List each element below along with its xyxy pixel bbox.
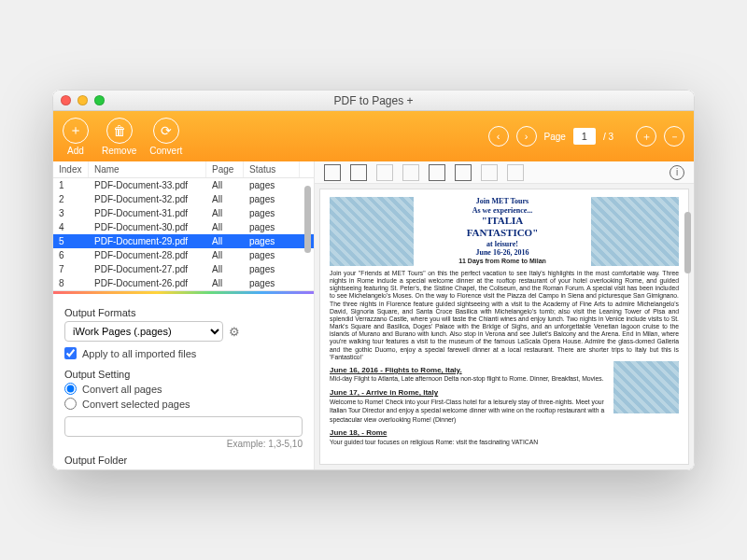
settings-panel: Output Formats iWork Pages (.pages) ⚙ Ap… bbox=[53, 294, 314, 469]
preview-intro: Join your "Friends at MET Tours" on this… bbox=[330, 270, 679, 361]
output-format-select[interactable]: iWork Pages (.pages) bbox=[64, 321, 223, 342]
apply-all-label: Apply to all imported files bbox=[82, 348, 196, 359]
table-row[interactable]: 7PDF-Document-27.pdfAllpages bbox=[53, 262, 314, 276]
crop-tool-6[interactable] bbox=[455, 164, 472, 181]
apply-all-checkbox[interactable] bbox=[64, 347, 77, 359]
table-row[interactable]: 4PDF-Document-30.pdfAllpages bbox=[53, 220, 314, 234]
crop-tool-5[interactable] bbox=[429, 164, 445, 181]
output-setting-label: Output Setting bbox=[64, 369, 303, 380]
preview-heading: Join MET Tours As we experience... "ITAL… bbox=[417, 197, 587, 265]
close-icon[interactable] bbox=[61, 95, 71, 105]
output-formats-label: Output Formats bbox=[64, 307, 303, 318]
trash-icon: 🗑 bbox=[106, 118, 133, 144]
pager: ‹ › Page / 3 bbox=[488, 126, 613, 147]
page-label: Page bbox=[544, 132, 566, 142]
titlebar: PDF to Pages + bbox=[53, 91, 694, 111]
remove-button[interactable]: 🗑 Remove bbox=[102, 118, 136, 156]
preview-image-right bbox=[591, 197, 679, 266]
crop-tool-7[interactable] bbox=[481, 164, 498, 181]
prev-page-button[interactable]: ‹ bbox=[488, 126, 509, 147]
list-scrollbar-thumb[interactable] bbox=[304, 186, 311, 253]
add-button[interactable]: ＋ Add bbox=[63, 118, 89, 156]
range-example: Example: 1,3-5,10 bbox=[64, 439, 303, 449]
zoom-icon[interactable] bbox=[94, 95, 105, 105]
crop-tool-2[interactable] bbox=[350, 164, 367, 181]
page-range-input[interactable] bbox=[64, 416, 303, 437]
crop-toolbar: i bbox=[315, 161, 694, 184]
zoom-in-button[interactable]: ＋ bbox=[636, 126, 656, 147]
preview-image-left bbox=[330, 197, 414, 266]
refresh-icon: ⟳ bbox=[153, 118, 179, 144]
table-row[interactable]: 8PDF-Document-26.pdfAllpages bbox=[53, 276, 314, 290]
preview-scrollbar-thumb[interactable] bbox=[684, 212, 691, 273]
toolbar: ＋ Add 🗑 Remove ⟳ Convert ‹ › Page / 3 ＋ … bbox=[53, 111, 694, 161]
table-row[interactable]: 5PDF-Document-29.pdfAllpages bbox=[53, 234, 314, 248]
table-row[interactable]: 2PDF-Document-32.pdfAllpages bbox=[53, 192, 314, 206]
file-list-header: Index Name Page Status bbox=[53, 161, 314, 178]
next-page-button[interactable]: › bbox=[516, 126, 537, 147]
info-icon[interactable]: i bbox=[669, 165, 684, 180]
table-row[interactable]: 3PDF-Document-31.pdfAllpages bbox=[53, 206, 314, 220]
crop-tool-1[interactable] bbox=[324, 164, 341, 181]
table-row[interactable]: 6PDF-Document-28.pdfAllpages bbox=[53, 248, 314, 262]
file-list[interactable]: Index Name Page Status 1PDF-Document-33.… bbox=[53, 161, 314, 291]
page-total: / 3 bbox=[603, 132, 613, 142]
preview-image-side bbox=[613, 361, 679, 413]
minimize-icon[interactable] bbox=[78, 95, 88, 105]
crop-tool-3[interactable] bbox=[376, 164, 393, 181]
page-input[interactable] bbox=[573, 128, 596, 145]
window-title: PDF to Pages + bbox=[333, 94, 413, 107]
crop-tool-8[interactable] bbox=[507, 164, 524, 181]
options-icon[interactable]: ⚙ bbox=[229, 325, 240, 339]
convert-selected-radio[interactable] bbox=[64, 398, 77, 410]
table-row[interactable]: 1PDF-Document-33.pdfAllpages bbox=[53, 178, 314, 192]
convert-button[interactable]: ⟳ Convert bbox=[149, 118, 182, 156]
app-window: PDF to Pages + ＋ Add 🗑 Remove ⟳ Convert … bbox=[52, 90, 695, 470]
zoom-out-button[interactable]: － bbox=[664, 126, 684, 147]
preview-page[interactable]: Join MET Tours As we experience... "ITAL… bbox=[320, 189, 688, 464]
plus-icon: ＋ bbox=[63, 118, 89, 144]
output-folder-label: Output Folder bbox=[64, 455, 303, 466]
crop-tool-4[interactable] bbox=[402, 164, 419, 181]
convert-all-radio[interactable] bbox=[64, 383, 77, 395]
